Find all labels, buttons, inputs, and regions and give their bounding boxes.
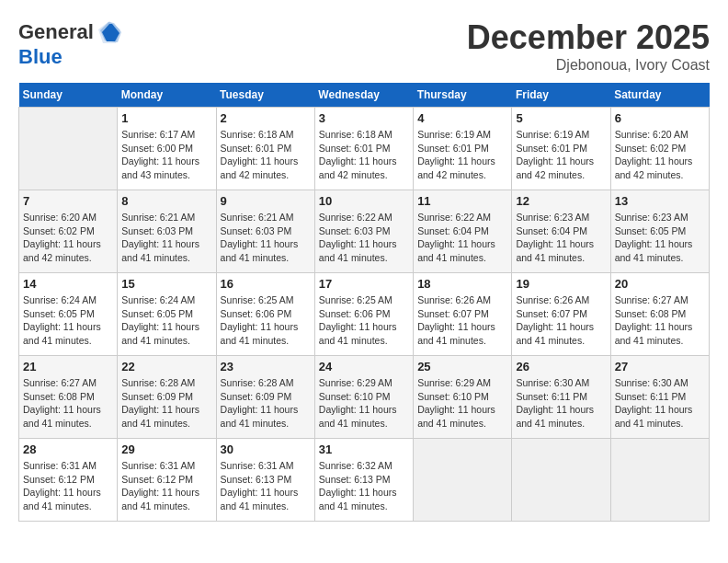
day-number: 22	[121, 360, 211, 373]
calendar-week-row: 1Sunrise: 6:17 AMSunset: 6:00 PMDaylight…	[19, 108, 710, 190]
calendar-cell: 23Sunrise: 6:28 AMSunset: 6:09 PMDayligh…	[216, 356, 314, 439]
day-number: 21	[23, 360, 113, 373]
calendar-cell: 18Sunrise: 6:26 AMSunset: 6:07 PMDayligh…	[414, 273, 512, 356]
day-info: Sunrise: 6:28 AMSunset: 6:09 PMDaylight:…	[121, 376, 211, 431]
day-info: Sunrise: 6:24 AMSunset: 6:05 PMDaylight:…	[23, 293, 113, 348]
day-number: 3	[319, 111, 409, 125]
day-number: 24	[319, 360, 409, 373]
calendar-week-row: 14Sunrise: 6:24 AMSunset: 6:05 PMDayligh…	[19, 273, 710, 356]
day-number: 20	[615, 277, 705, 291]
calendar-cell: 26Sunrise: 6:30 AMSunset: 6:11 PMDayligh…	[512, 356, 610, 439]
calendar-cell: 13Sunrise: 6:23 AMSunset: 6:05 PMDayligh…	[610, 190, 709, 273]
calendar-cell: 5Sunrise: 6:19 AMSunset: 6:01 PMDaylight…	[512, 108, 610, 190]
day-of-week-header: Sunday	[19, 83, 118, 108]
calendar-cell: 22Sunrise: 6:28 AMSunset: 6:09 PMDayligh…	[118, 356, 216, 439]
day-number: 23	[221, 360, 311, 373]
day-info: Sunrise: 6:23 AMSunset: 6:05 PMDaylight:…	[615, 211, 705, 265]
calendar-cell: 16Sunrise: 6:25 AMSunset: 6:06 PMDayligh…	[216, 273, 314, 356]
calendar-cell: 4Sunrise: 6:19 AMSunset: 6:01 PMDaylight…	[414, 108, 512, 190]
calendar-cell: 15Sunrise: 6:24 AMSunset: 6:05 PMDayligh…	[118, 273, 216, 356]
day-info: Sunrise: 6:31 AMSunset: 6:12 PMDaylight:…	[23, 459, 113, 513]
logo-icon	[96, 18, 123, 46]
day-number: 11	[417, 194, 507, 208]
day-info: Sunrise: 6:18 AMSunset: 6:01 PMDaylight:…	[221, 128, 311, 182]
calendar-cell: 19Sunrise: 6:26 AMSunset: 6:07 PMDayligh…	[512, 273, 610, 356]
calendar-cell: 6Sunrise: 6:20 AMSunset: 6:02 PMDaylight…	[610, 108, 709, 190]
day-number: 31	[319, 442, 409, 456]
day-info: Sunrise: 6:32 AMSunset: 6:13 PMDaylight:…	[319, 459, 409, 513]
day-info: Sunrise: 6:19 AMSunset: 6:01 PMDaylight:…	[417, 128, 507, 182]
day-info: Sunrise: 6:22 AMSunset: 6:04 PMDaylight:…	[417, 211, 507, 265]
calendar-cell: 20Sunrise: 6:27 AMSunset: 6:08 PMDayligh…	[610, 273, 709, 356]
title-area: December 2025 Djebonoua, Ivory Coast	[467, 18, 710, 74]
day-number: 9	[221, 194, 311, 208]
day-number: 10	[319, 194, 409, 208]
calendar-header-row: SundayMondayTuesdayWednesdayThursdayFrid…	[19, 83, 710, 108]
day-info: Sunrise: 6:25 AMSunset: 6:06 PMDaylight:…	[221, 293, 311, 348]
day-info: Sunrise: 6:17 AMSunset: 6:00 PMDaylight:…	[121, 128, 211, 182]
day-number: 7	[23, 194, 113, 208]
calendar-cell: 29Sunrise: 6:31 AMSunset: 6:12 PMDayligh…	[118, 439, 216, 522]
day-number: 12	[516, 194, 606, 208]
calendar-week-row: 7Sunrise: 6:20 AMSunset: 6:02 PMDaylight…	[19, 190, 710, 273]
day-number: 2	[221, 111, 311, 125]
day-number: 5	[516, 111, 606, 125]
day-info: Sunrise: 6:26 AMSunset: 6:07 PMDaylight:…	[516, 293, 606, 348]
day-number: 30	[221, 442, 311, 456]
calendar-cell	[610, 439, 709, 522]
day-info: Sunrise: 6:22 AMSunset: 6:03 PMDaylight:…	[319, 211, 409, 265]
day-of-week-header: Wednesday	[314, 83, 413, 108]
calendar-cell: 25Sunrise: 6:29 AMSunset: 6:10 PMDayligh…	[414, 356, 512, 439]
day-of-week-header: Thursday	[414, 83, 512, 108]
day-info: Sunrise: 6:18 AMSunset: 6:01 PMDaylight:…	[319, 128, 409, 182]
day-number: 16	[221, 277, 311, 291]
day-info: Sunrise: 6:20 AMSunset: 6:02 PMDaylight:…	[23, 211, 113, 265]
day-number: 8	[121, 194, 211, 208]
calendar-cell: 27Sunrise: 6:30 AMSunset: 6:11 PMDayligh…	[610, 356, 709, 439]
day-info: Sunrise: 6:30 AMSunset: 6:11 PMDaylight:…	[615, 376, 705, 431]
day-number: 17	[319, 277, 409, 291]
day-of-week-header: Saturday	[610, 83, 709, 108]
day-number: 6	[615, 111, 705, 125]
page-header: General Blue December 2025 Djebonoua, Iv…	[18, 18, 710, 74]
day-info: Sunrise: 6:31 AMSunset: 6:12 PMDaylight:…	[121, 459, 211, 513]
day-number: 26	[516, 360, 606, 373]
calendar-cell: 14Sunrise: 6:24 AMSunset: 6:05 PMDayligh…	[19, 273, 118, 356]
calendar-cell: 21Sunrise: 6:27 AMSunset: 6:08 PMDayligh…	[19, 356, 118, 439]
day-info: Sunrise: 6:29 AMSunset: 6:10 PMDaylight:…	[417, 376, 507, 431]
calendar-cell: 1Sunrise: 6:17 AMSunset: 6:00 PMDaylight…	[118, 108, 216, 190]
day-info: Sunrise: 6:19 AMSunset: 6:01 PMDaylight:…	[516, 128, 606, 182]
location-subtitle: Djebonoua, Ivory Coast	[467, 57, 710, 74]
day-number: 1	[121, 111, 211, 125]
day-info: Sunrise: 6:21 AMSunset: 6:03 PMDaylight:…	[221, 211, 311, 265]
calendar-cell: 11Sunrise: 6:22 AMSunset: 6:04 PMDayligh…	[414, 190, 512, 273]
calendar-cell: 9Sunrise: 6:21 AMSunset: 6:03 PMDaylight…	[216, 190, 314, 273]
calendar-table: SundayMondayTuesdayWednesdayThursdayFrid…	[18, 83, 710, 522]
day-info: Sunrise: 6:25 AMSunset: 6:06 PMDaylight:…	[319, 293, 409, 348]
day-info: Sunrise: 6:24 AMSunset: 6:05 PMDaylight:…	[121, 293, 211, 348]
calendar-cell: 2Sunrise: 6:18 AMSunset: 6:01 PMDaylight…	[216, 108, 314, 190]
calendar-cell: 31Sunrise: 6:32 AMSunset: 6:13 PMDayligh…	[314, 439, 413, 522]
calendar-cell: 24Sunrise: 6:29 AMSunset: 6:10 PMDayligh…	[314, 356, 413, 439]
day-info: Sunrise: 6:28 AMSunset: 6:09 PMDaylight:…	[221, 376, 311, 431]
calendar-cell	[414, 439, 512, 522]
day-of-week-header: Friday	[512, 83, 610, 108]
day-of-week-header: Monday	[118, 83, 216, 108]
day-info: Sunrise: 6:23 AMSunset: 6:04 PMDaylight:…	[516, 211, 606, 265]
calendar-cell: 30Sunrise: 6:31 AMSunset: 6:13 PMDayligh…	[216, 439, 314, 522]
calendar-cell: 3Sunrise: 6:18 AMSunset: 6:01 PMDaylight…	[314, 108, 413, 190]
day-info: Sunrise: 6:27 AMSunset: 6:08 PMDaylight:…	[615, 293, 705, 348]
calendar-week-row: 21Sunrise: 6:27 AMSunset: 6:08 PMDayligh…	[19, 356, 710, 439]
day-info: Sunrise: 6:29 AMSunset: 6:10 PMDaylight:…	[319, 376, 409, 431]
calendar-cell: 7Sunrise: 6:20 AMSunset: 6:02 PMDaylight…	[19, 190, 118, 273]
month-title: December 2025	[467, 18, 710, 57]
day-info: Sunrise: 6:26 AMSunset: 6:07 PMDaylight:…	[417, 293, 507, 348]
day-info: Sunrise: 6:27 AMSunset: 6:08 PMDaylight:…	[23, 376, 113, 431]
day-of-week-header: Tuesday	[216, 83, 314, 108]
day-number: 15	[121, 277, 211, 291]
day-number: 28	[23, 442, 113, 456]
day-info: Sunrise: 6:30 AMSunset: 6:11 PMDaylight:…	[516, 376, 606, 431]
calendar-cell: 10Sunrise: 6:22 AMSunset: 6:03 PMDayligh…	[314, 190, 413, 273]
day-info: Sunrise: 6:21 AMSunset: 6:03 PMDaylight:…	[121, 211, 211, 265]
day-number: 14	[23, 277, 113, 291]
